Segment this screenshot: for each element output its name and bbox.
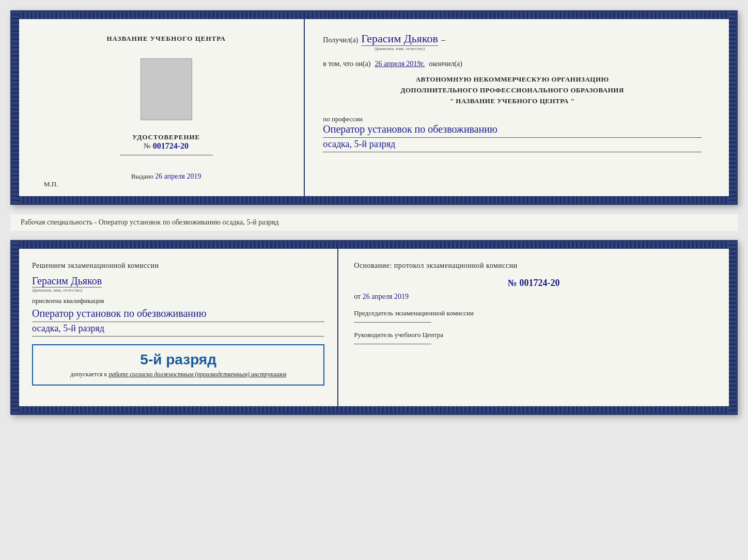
qualification-prefix: присвоена квалификация	[32, 297, 324, 305]
top-left-panel: НАЗВАНИЕ УЧЕБНОГО ЦЕНТРА УДОСТОВЕРЕНИЕ №…	[28, 19, 305, 196]
org-line2: ДОПОЛНИТЕЛЬНОГО ПРОФЕССИОНАЛЬНОГО ОБРАЗО…	[323, 85, 702, 96]
protocol-date-section: от 26 апреля 2019	[354, 293, 713, 301]
top-right-panel: Получил(а) Герасим Дьяков (фамилия, имя,…	[305, 19, 720, 196]
in-that-prefix: в том, что он(а)	[323, 60, 370, 68]
org-line1: АВТОНОМНУЮ НЕКОММЕРЧЕСКУЮ ОРГАНИЗАЦИЮ	[323, 74, 702, 85]
issued-section: Выдано 26 апреля 2019	[131, 172, 201, 181]
cert-body-top: НАЗВАНИЕ УЧЕБНОГО ЦЕНТРА УДОСТОВЕРЕНИЕ №…	[12, 19, 736, 196]
org-text: АВТОНОМНУЮ НЕКОММЕРЧЕСКУЮ ОРГАНИЗАЦИЮ ДО…	[323, 74, 702, 106]
top-border-decoration	[12, 12, 736, 19]
stamp-prefix: допускается к работе согласно должностны…	[41, 371, 316, 378]
director-signature-line	[354, 344, 431, 344]
bottom-cert-top-border	[12, 242, 736, 249]
middle-separator-text: Рабочая специальность - Оператор установ…	[21, 218, 279, 226]
document-container: НАЗВАНИЕ УЧЕБНОГО ЦЕНТРА УДОСТОВЕРЕНИЕ №…	[10, 10, 738, 415]
cert-number-prefix: №	[144, 142, 150, 150]
cert-number-section: УДОСТОВЕРЕНИЕ № 001724-20	[120, 133, 213, 159]
finished-label: окончил(а)	[429, 60, 462, 68]
top-certificate: НАЗВАНИЕ УЧЕБНОГО ЦЕНТРА УДОСТОВЕРЕНИЕ №…	[10, 10, 738, 205]
protocol-number: 001724-20	[519, 278, 559, 288]
org-line3: " НАЗВАНИЕ УЧЕБНОГО ЦЕНТРА "	[323, 96, 702, 107]
director-label: Руководитель учебного Центра	[354, 330, 713, 340]
recipient-name: Герасим Дьяков	[361, 32, 438, 46]
protocol-prefix: №	[508, 278, 517, 288]
chairman-label: Председатель экзаменационной комиссии	[354, 309, 713, 318]
bottom-person-name: Герасим Дьяков	[32, 275, 102, 287]
bottom-person-sublabel: (фамилия, имя, отчество)	[32, 287, 82, 293]
left-border-decoration	[12, 12, 19, 203]
right-border-decoration	[729, 12, 736, 203]
recipient-sublabel: (фамилия, имя, отчество)	[375, 46, 425, 51]
chairman-signature-line	[354, 322, 431, 323]
profession-section: по профессии Оператор установок по обезв…	[323, 115, 702, 152]
signature-line	[120, 155, 213, 155]
dated-line: в том, что он(а) 26 апреля 2019г. окончи…	[323, 60, 702, 68]
bottom-cert-left-border	[12, 242, 19, 413]
rank-hw: осадка, 5-й разряд	[323, 139, 702, 152]
training-center-title: НАЗВАНИЕ УЧЕБНОГО ЦЕНТРА	[106, 35, 226, 43]
bottom-border-decoration	[12, 196, 736, 203]
reason-text: Основание: протокол экзаменационной коми…	[354, 262, 713, 270]
decision-text: Решением экзаменационной комиссии	[32, 262, 324, 270]
bottom-cert-right-border	[729, 242, 736, 413]
bottom-cert-bottom-border	[12, 406, 736, 413]
completion-date: 26 апреля 2019г.	[375, 60, 425, 68]
mp-label: М.П.	[44, 180, 58, 188]
issued-date: 26 апреля 2019	[155, 172, 201, 180]
cert-label: УДОСТОВЕРЕНИЕ	[120, 133, 213, 141]
bottom-rank-hw: осадка, 5-й разряд	[32, 323, 324, 337]
bottom-right-panel: Основание: протокол экзаменационной коми…	[338, 249, 729, 406]
photo-placeholder	[141, 58, 192, 120]
stamp-prefix-text: допускается к	[70, 371, 107, 378]
received-prefix: Получил(а)	[323, 36, 358, 44]
stamp-box: 5-й разряд допускается к работе согласно…	[32, 344, 324, 386]
official-section: Председатель экзаменационной комиссии Ру…	[354, 309, 713, 344]
cert-number: 001724-20	[153, 141, 189, 151]
protocol-number-section: № 001724-20	[354, 278, 713, 289]
bottom-certificate: Решением экзаменационной комиссии Гераси…	[10, 240, 738, 415]
cert-body-bottom: Решением экзаменационной комиссии Гераси…	[12, 249, 736, 406]
date-prefix: от	[354, 293, 361, 300]
issued-prefix: Выдано	[131, 172, 153, 180]
profession-hw: Оператор установок по обезвоживанию	[323, 123, 702, 138]
middle-separator: Рабочая специальность - Оператор установ…	[10, 214, 738, 231]
dash: –	[441, 35, 445, 44]
bottom-left-panel: Решением экзаменационной комиссии Гераси…	[19, 249, 338, 406]
stamp-rank-text: 5-й разряд	[41, 351, 316, 368]
stamp-italic-text: работе согласно должностным (производств…	[108, 371, 286, 378]
bottom-qualification-hw: Оператор установок по обезвоживанию	[32, 308, 324, 322]
profession-prefix: по профессии	[323, 115, 702, 123]
date-value: 26 апреля 2019	[363, 293, 409, 300]
